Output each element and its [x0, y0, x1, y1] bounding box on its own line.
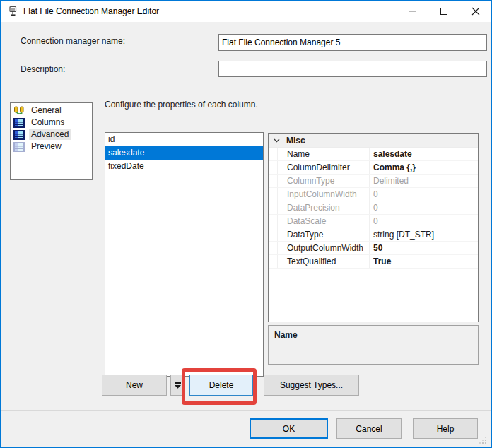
- property-value[interactable]: salesdate: [370, 148, 478, 160]
- connection-name-label: Connection manager name:: [20, 36, 125, 46]
- property-category-misc[interactable]: Misc: [269, 134, 478, 148]
- double-down-arrow-icon: [174, 382, 182, 389]
- property-row[interactable]: ColumnType Delimited: [269, 175, 478, 188]
- property-row[interactable]: DataType string [DT_STR]: [269, 228, 478, 242]
- dialog-window: Flat File Connection Manager Editor Conn…: [0, 0, 492, 448]
- sidebar-item-label: General: [29, 105, 64, 116]
- close-button[interactable]: [459, 1, 491, 22]
- minimize-icon: [409, 11, 416, 12]
- property-name: Name: [278, 148, 370, 160]
- property-name: ColumnType: [278, 175, 370, 187]
- connection-pair-icon: [13, 105, 25, 116]
- insert-row-dropdown-button[interactable]: [170, 375, 184, 396]
- property-name: OutputColumnWidth: [278, 242, 370, 254]
- property-row[interactable]: DataScale 0: [269, 215, 478, 228]
- property-name: TextQualified: [278, 255, 370, 268]
- property-grid: Misc Name salesdate ColumnDelimiter Comm…: [268, 133, 479, 322]
- chevron-down-icon: [274, 138, 280, 143]
- property-name: DataPrecision: [278, 201, 370, 214]
- property-row[interactable]: DataPrecision 0: [269, 201, 478, 215]
- connection-name-input[interactable]: [218, 34, 487, 51]
- property-value: Delimited: [370, 175, 478, 187]
- property-description-panel: Name: [268, 325, 479, 365]
- property-name: ColumnDelimiter: [278, 161, 370, 174]
- sidebar-item-advanced[interactable]: Advanced: [11, 129, 92, 141]
- property-value[interactable]: 50: [370, 242, 478, 254]
- new-button[interactable]: New: [102, 375, 167, 396]
- table-faded-icon: [13, 142, 25, 152]
- property-row[interactable]: ColumnDelimiter Comma {,}: [269, 161, 478, 175]
- delete-button[interactable]: Delete: [189, 375, 253, 396]
- ok-button[interactable]: OK: [250, 418, 328, 439]
- property-row[interactable]: Name salesdate: [269, 148, 478, 161]
- table-icon: [13, 118, 25, 128]
- property-value: 0: [370, 201, 478, 214]
- property-value[interactable]: Comma {,}: [370, 161, 478, 174]
- property-value[interactable]: string [DT_STR]: [370, 228, 478, 241]
- footer-separator: [1, 410, 492, 411]
- pages-list: General Columns Advanced: [10, 102, 93, 180]
- maximize-button[interactable]: [428, 1, 459, 22]
- property-value: 0: [370, 188, 478, 201]
- property-name: DataType: [278, 228, 370, 241]
- sidebar-item-general[interactable]: General: [11, 105, 92, 117]
- sidebar-item-label: Preview: [29, 141, 64, 152]
- column-list-item-selected[interactable]: salesdate: [105, 146, 263, 160]
- column-listbox: id salesdate fixedDate: [105, 132, 264, 377]
- suggest-types-button[interactable]: Suggest Types...: [264, 375, 359, 396]
- window-title: Flat File Connection Manager Editor: [23, 6, 159, 16]
- title-bar[interactable]: Flat File Connection Manager Editor: [1, 1, 491, 22]
- description-label: Description:: [20, 64, 65, 74]
- connection-manager-icon: [7, 6, 18, 17]
- table-icon: [13, 130, 25, 140]
- property-name: InputColumnWidth: [278, 188, 370, 201]
- property-value[interactable]: True: [370, 255, 478, 268]
- column-list-item[interactable]: fixedDate: [105, 160, 263, 173]
- description-input[interactable]: [218, 61, 487, 77]
- sidebar-item-label: Advanced: [29, 129, 71, 140]
- property-value: 0: [370, 215, 478, 228]
- cancel-button[interactable]: Cancel: [336, 418, 402, 439]
- maximize-icon: [440, 8, 447, 15]
- property-row[interactable]: TextQualified True: [269, 255, 478, 269]
- property-description-title: Name: [274, 330, 472, 340]
- help-button[interactable]: Help: [413, 418, 478, 439]
- property-row[interactable]: OutputColumnWidth 50: [269, 242, 478, 255]
- category-label: Misc: [286, 136, 305, 146]
- column-list-item[interactable]: id: [105, 133, 263, 146]
- sidebar-item-preview[interactable]: Preview: [11, 141, 92, 153]
- minimize-button[interactable]: [396, 1, 428, 22]
- instruction-text: Configure the properties of each column.: [105, 100, 258, 110]
- close-icon: [472, 7, 480, 16]
- property-row[interactable]: InputColumnWidth 0: [269, 188, 478, 201]
- resize-grip[interactable]: [479, 436, 487, 444]
- property-name: DataScale: [278, 215, 370, 228]
- sidebar-item-label: Columns: [29, 117, 66, 128]
- sidebar-item-columns[interactable]: Columns: [11, 117, 92, 129]
